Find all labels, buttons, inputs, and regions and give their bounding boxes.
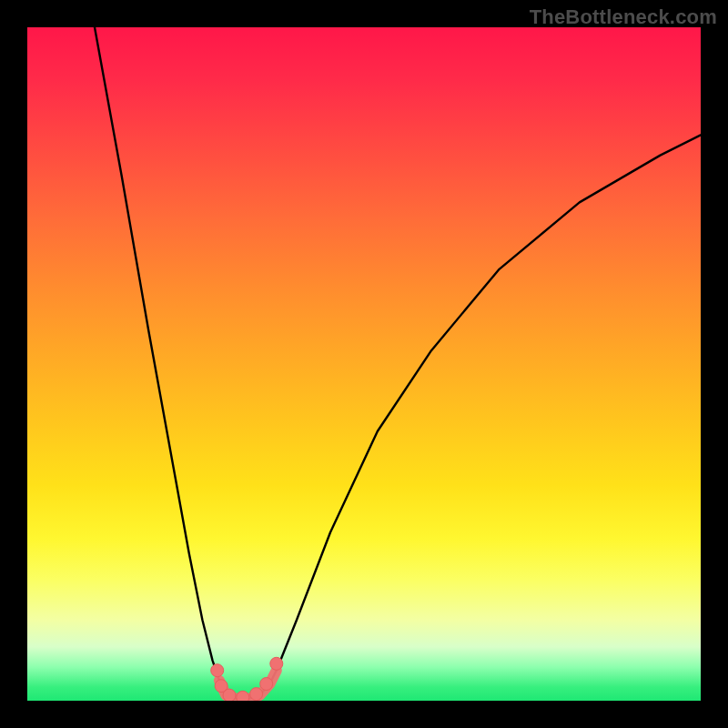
trough-marker [215, 680, 228, 693]
trough-marker [260, 678, 273, 691]
watermark-text: TheBottleneck.com [530, 5, 717, 29]
trough-markers-group [211, 657, 283, 701]
chart-frame: TheBottleneck.com [0, 0, 728, 728]
trough-marker [250, 688, 263, 701]
plot-area [27, 27, 701, 701]
trough-smear [219, 671, 277, 699]
trough-marker [211, 664, 224, 677]
trough-marker [237, 691, 249, 701]
trough-marker [270, 657, 283, 670]
curve-path [95, 27, 701, 699]
bottleneck-curve [27, 27, 701, 701]
trough-marker [223, 689, 236, 701]
